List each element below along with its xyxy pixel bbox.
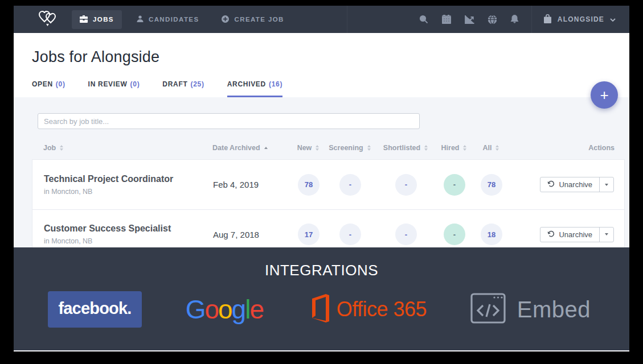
embed-wordmark: Embed xyxy=(517,297,591,322)
organization-icon xyxy=(543,14,552,25)
sort-icon xyxy=(495,145,499,151)
unarchive-button[interactable]: Unarchive xyxy=(540,177,599,192)
nav-item-create-job[interactable]: CREATE JOB xyxy=(214,10,292,29)
account-menu[interactable]: ALONGSIDE xyxy=(531,6,629,33)
google-logo[interactable]: Google xyxy=(186,294,263,325)
nav-item-label: JOBS xyxy=(93,16,114,23)
tab-count: (0) xyxy=(56,80,65,88)
tab-open[interactable]: OPEN (0) xyxy=(32,80,65,97)
unarchive-dropdown-toggle[interactable] xyxy=(599,177,613,192)
google-letter: e xyxy=(249,295,263,324)
globe-icon[interactable] xyxy=(481,15,503,24)
column-header-shortlisted[interactable]: Shortlisted xyxy=(377,144,434,152)
column-header-screening[interactable]: Screening xyxy=(322,144,377,152)
column-header-hired[interactable]: Hired xyxy=(434,144,474,152)
new-count-badge[interactable]: 17 xyxy=(298,224,320,245)
unarchive-dropdown-toggle[interactable] xyxy=(599,228,613,242)
column-header-new[interactable]: New xyxy=(294,144,322,152)
bell-icon[interactable] xyxy=(503,15,526,24)
screening-count-cell: - xyxy=(323,174,378,196)
screening-count-cell: - xyxy=(323,224,378,245)
nav-item-jobs[interactable]: JOBS xyxy=(72,10,122,29)
job-cell[interactable]: Technical Project Coordinator in Moncton… xyxy=(32,174,203,196)
plus-circle-icon xyxy=(222,15,229,24)
embed-logo[interactable]: Embed xyxy=(470,293,591,326)
integrations-logo-row: facebook. Google Office 365 xyxy=(14,291,629,328)
job-location: in Moncton, NB xyxy=(44,188,92,196)
restore-icon xyxy=(547,230,555,239)
search-toolbar xyxy=(14,97,629,129)
tab-draft[interactable]: DRAFT (25) xyxy=(162,80,204,97)
sort-icon xyxy=(367,145,371,151)
app-window: JOBS CANDIDATES CREATE JOB xyxy=(14,6,629,351)
nav-item-candidates[interactable]: CANDIDATES xyxy=(129,10,207,28)
new-count-badge[interactable]: 78 xyxy=(298,174,320,196)
calendar-icon[interactable] xyxy=(435,15,458,24)
job-title: Customer Success Specialist xyxy=(44,224,171,234)
table-header-row: Job Date Archived New Screening Shortlis… xyxy=(32,129,625,159)
user-icon xyxy=(137,15,144,23)
hired-count-cell: - xyxy=(435,224,474,245)
unarchive-button[interactable]: Unarchive xyxy=(540,228,599,242)
column-label: New xyxy=(297,144,312,152)
tab-in-review[interactable]: IN REVIEW (0) xyxy=(88,80,140,97)
shortlisted-count-badge[interactable]: - xyxy=(395,224,417,245)
all-count-cell: 78 xyxy=(474,174,509,196)
tab-label: IN REVIEW xyxy=(88,80,128,88)
date-archived-cell: Feb 4, 2019 xyxy=(203,180,294,189)
jobs-table: Job Date Archived New Screening Shortlis… xyxy=(32,129,625,259)
column-header-date-archived[interactable]: Date Archived xyxy=(203,144,294,152)
hired-count-badge[interactable]: - xyxy=(444,224,465,245)
tab-archived[interactable]: ARCHIVED (16) xyxy=(227,80,282,97)
sort-icon xyxy=(463,145,466,151)
column-label: Screening xyxy=(329,144,363,152)
shortlisted-count-cell: - xyxy=(378,174,435,196)
column-header-all[interactable]: All xyxy=(474,144,508,152)
table-body: Technical Project Coordinator in Moncton… xyxy=(32,159,625,259)
facebook-wordmark: facebook. xyxy=(58,299,131,318)
facebook-logo[interactable]: facebook. xyxy=(48,291,142,328)
page-header: Jobs for Alongside OPEN (0) IN REVIEW (0… xyxy=(14,33,629,97)
analytics-icon[interactable] xyxy=(458,15,481,24)
status-tabs: OPEN (0) IN REVIEW (0) DRAFT (25) ARCHIV… xyxy=(32,80,611,97)
screening-count-badge[interactable]: - xyxy=(339,174,361,196)
sort-icon xyxy=(316,145,319,151)
integrations-panel: INTEGRATIONS facebook. Google Office 365 xyxy=(14,247,629,350)
restore-icon xyxy=(547,180,555,189)
all-count-badge[interactable]: 18 xyxy=(481,224,502,245)
search-icon[interactable] xyxy=(412,15,435,24)
column-label: All xyxy=(483,144,492,152)
column-label: Hired xyxy=(441,144,460,152)
column-header-job[interactable]: Job xyxy=(32,144,203,152)
integrations-heading: INTEGRATIONS xyxy=(14,262,629,279)
navbar-divider xyxy=(347,6,347,33)
screening-count-badge[interactable]: - xyxy=(339,224,361,245)
alongside-logo[interactable] xyxy=(38,9,58,30)
hired-count-badge[interactable]: - xyxy=(444,174,465,196)
hired-count-cell: - xyxy=(435,174,474,196)
office-365-icon xyxy=(307,293,330,326)
unarchive-split-button: Unarchive xyxy=(540,227,614,242)
job-cell[interactable]: Customer Success Specialist in Moncton, … xyxy=(32,224,203,245)
job-search-input[interactable] xyxy=(38,113,420,129)
navbar-right-icons: ALONGSIDE xyxy=(412,6,629,33)
nav-item-label: CREATE JOB xyxy=(234,16,284,23)
column-label: Job xyxy=(43,144,56,152)
embed-code-icon xyxy=(470,293,506,326)
add-job-button[interactable]: + xyxy=(591,81,618,109)
tab-count: (25) xyxy=(191,80,204,88)
office-365-wordmark: Office 365 xyxy=(337,297,427,321)
page-title: Jobs for Alongside xyxy=(32,48,611,66)
shortlisted-count-badge[interactable]: - xyxy=(395,174,417,196)
hearts-logo-icon xyxy=(38,9,58,30)
date-archived-cell: Aug 7, 2018 xyxy=(203,230,294,239)
google-letter: o xyxy=(204,295,218,324)
office-365-logo[interactable]: Office 365 xyxy=(307,293,427,326)
tab-count: (16) xyxy=(269,80,282,88)
unarchive-split-button: Unarchive xyxy=(540,177,614,192)
all-count-badge[interactable]: 78 xyxy=(481,174,502,196)
shortlisted-count-cell: - xyxy=(378,224,435,245)
tab-count: (0) xyxy=(130,80,140,88)
job-title: Technical Project Coordinator xyxy=(44,174,173,184)
unarchive-label: Unarchive xyxy=(559,180,592,189)
